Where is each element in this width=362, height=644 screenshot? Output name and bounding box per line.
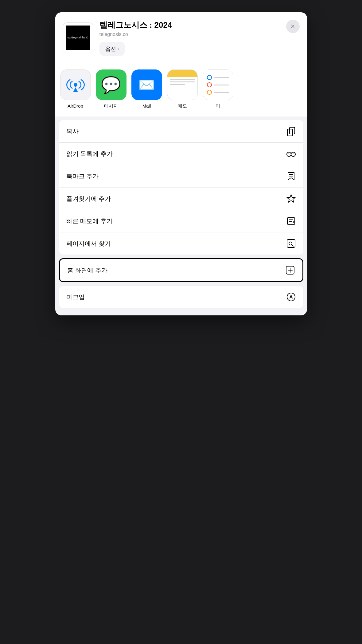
messages-icon: 💬 (96, 69, 127, 100)
action-markup-label: 마크업 (66, 293, 85, 301)
rem-dot-red (207, 82, 212, 87)
chevron-right-icon: › (118, 46, 119, 51)
rem-dot-blue (207, 75, 212, 80)
header-section: ng Beyond the O 텔레그노시스 : 2024 telegnosis… (55, 12, 307, 62)
mail-envelope-icon: ✉️ (138, 77, 155, 93)
quick-note-icon (286, 216, 296, 226)
action-favorites[interactable]: 즐겨찾기에 추가 (59, 188, 303, 210)
app-item-notes[interactable]: 메모 (167, 69, 198, 109)
action-find-page[interactable]: 페이지에서 찾기 (59, 232, 303, 255)
notes-icon (167, 69, 198, 100)
svg-rect-1 (290, 127, 295, 134)
options-button[interactable]: 옵션 › (99, 42, 125, 56)
rem-dot-row-2 (207, 82, 229, 87)
svg-line-10 (292, 245, 293, 246)
site-icon-text: ng Beyond the O (68, 36, 88, 39)
site-icon: ng Beyond the O (63, 22, 93, 53)
markup-icon (286, 292, 296, 302)
rem-dot-orange (207, 90, 212, 95)
action-reading-list[interactable]: 읽기 목록에 추가 (59, 143, 303, 165)
copy-icon (286, 126, 296, 136)
app-label-reminders: 미 (216, 103, 220, 109)
action-find-page-label: 페이지에서 찾기 (66, 239, 111, 248)
notes-line-1 (170, 79, 195, 80)
reminders-icon (203, 69, 233, 100)
glasses-icon (286, 149, 296, 159)
notes-line-3 (170, 84, 185, 85)
svg-point-0 (74, 83, 77, 87)
add-square-icon (285, 265, 295, 275)
rem-line-3 (214, 92, 229, 93)
site-icon-inner: ng Beyond the O (66, 26, 90, 50)
action-quick-note[interactable]: 빠른 메모에 추가 (59, 210, 303, 232)
app-label-mail: Mail (142, 103, 151, 109)
options-label: 옵션 (105, 45, 116, 53)
svg-rect-8 (287, 239, 295, 247)
app-label-airdrop: AirDrop (68, 103, 83, 109)
rem-line-1 (214, 77, 229, 78)
action-copy-label: 복사 (66, 127, 79, 136)
airdrop-icon (60, 69, 91, 100)
app-label-messages: 메시지 (104, 103, 118, 109)
rem-line-2 (214, 85, 229, 85)
action-copy[interactable]: 복사 (59, 120, 303, 143)
action-markup-wrapper: 마크업 (59, 286, 303, 308)
share-sheet: ng Beyond the O 텔레그노시스 : 2024 telegnosis… (55, 12, 307, 315)
action-add-home-label: 홈 화면에 추가 (67, 266, 107, 275)
action-bookmark-label: 북마크 추가 (66, 172, 99, 180)
find-icon (286, 239, 296, 248)
notes-line-2 (170, 81, 195, 82)
app-item-mail[interactable]: ✉️ Mail (131, 69, 162, 109)
star-icon (286, 194, 296, 203)
action-reading-list-label: 읽기 목록에 추가 (66, 150, 113, 158)
app-item-airdrop[interactable]: AirDrop (60, 69, 91, 109)
mail-icon: ✉️ (131, 69, 162, 100)
action-add-home[interactable]: 홈 화면에 추가 (60, 259, 302, 281)
rem-dot-row-3 (207, 90, 229, 95)
rem-dot-row-1 (207, 75, 229, 80)
action-favorites-label: 즐겨찾기에 추가 (66, 195, 111, 203)
close-icon: ✕ (290, 23, 295, 30)
action-add-home-wrapper: 홈 화면에 추가 (59, 258, 303, 282)
site-title: 텔레그노시스 : 2024 (99, 20, 300, 30)
action-markup[interactable]: 마크업 (59, 286, 303, 308)
action-list: 복사 읽기 목록에 추가 북마크 추가 (59, 120, 303, 255)
app-item-messages[interactable]: 💬 메시지 (96, 69, 127, 109)
apps-scroll: AirDrop 💬 메시지 ✉️ Mail (60, 69, 302, 109)
action-quick-note-label: 빠른 메모에 추가 (66, 217, 113, 225)
messages-bubble-icon: 💬 (101, 76, 121, 94)
notes-icon-wrapper (167, 70, 197, 100)
app-item-reminders[interactable]: 미 (203, 69, 233, 109)
apps-section: AirDrop 💬 메시지 ✉️ Mail (55, 62, 307, 117)
svg-rect-2 (287, 129, 293, 136)
site-url: telegnosis.co (99, 32, 300, 37)
bookmark-icon (286, 171, 296, 181)
header-info: 텔레그노시스 : 2024 telegnosis.co 옵션 › (99, 20, 300, 56)
notes-top-bar (167, 70, 197, 77)
reminders-dots (204, 72, 232, 98)
app-label-notes: 메모 (178, 103, 187, 109)
close-button[interactable]: ✕ (286, 20, 300, 33)
action-bookmark[interactable]: 북마크 추가 (59, 165, 303, 188)
